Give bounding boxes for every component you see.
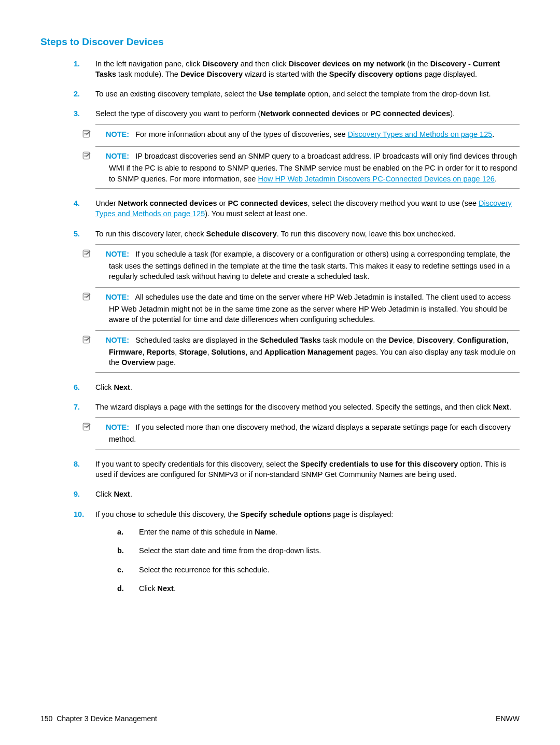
note-text: IP broadcast discoveries send an SNMP qu…	[109, 152, 517, 183]
step-5: 5. To run this discovery later, check Sc…	[74, 229, 520, 373]
step-number: 5.	[74, 229, 80, 239]
link-discovery-types[interactable]: Discovery Types and Methods on page 125	[348, 130, 493, 138]
link-pc-connected[interactable]: How HP Web Jetadmin Discovers PC-Connect…	[258, 175, 494, 183]
step-4: 4. Under Network connected devices or PC…	[74, 198, 520, 219]
step-1: 1. In the left navigation pane, click Di…	[74, 59, 520, 80]
step-text: Click Next.	[95, 383, 132, 391]
step-text: Click Next.	[95, 490, 132, 498]
step-9: 9. Click Next.	[74, 489, 520, 499]
steps-list: 1. In the left navigation pane, click Di…	[40, 59, 520, 594]
note-label: NOTE:	[106, 336, 129, 344]
note-label: NOTE:	[106, 250, 129, 258]
sub-steps-list: a. Enter the name of this schedule in Na…	[95, 527, 520, 594]
step-text: If you want to specify credentials for t…	[95, 460, 506, 479]
step-6: 6. Click Next.	[74, 382, 520, 392]
note-block: NOTE: If you schedule a task (for exampl…	[95, 244, 520, 282]
sub-step-d: d. Click Next.	[117, 583, 520, 594]
sub-step-text: Enter the name of this schedule in Name.	[139, 528, 277, 536]
step-number: 4.	[74, 198, 80, 208]
step-number: 6.	[74, 382, 80, 392]
step-7: 7. The wizard displays a page with the s…	[74, 402, 520, 449]
step-8: 8. If you want to specify credentials fo…	[74, 459, 520, 480]
footer-right: ENWW	[496, 714, 520, 724]
sub-step-text: Select the recurrence for this schedule.	[139, 566, 269, 574]
sub-step-letter: a.	[117, 527, 123, 537]
step-text: To use an existing discovery template, s…	[95, 90, 491, 98]
note-label: NOTE:	[106, 423, 129, 431]
note-block: NOTE: If you selected more than one disc…	[95, 417, 520, 449]
note-label: NOTE:	[106, 152, 129, 160]
note-icon	[95, 249, 106, 261]
sub-step-c: c. Select the recurrence for this schedu…	[117, 565, 520, 575]
step-text: Select the type of discovery you want to…	[95, 109, 455, 118]
step-number: 8.	[74, 459, 80, 469]
note-text: For more information about any of the ty…	[135, 130, 494, 138]
page-footer: 150 Chapter 3 Device Management ENWW	[40, 714, 520, 724]
note-text: Scheduled tasks are displayed in the Sch…	[109, 336, 515, 367]
sub-step-a: a. Enter the name of this schedule in Na…	[117, 527, 520, 537]
note-label: NOTE:	[106, 130, 129, 138]
note-text: All schedules use the date and time on t…	[109, 293, 511, 324]
note-icon	[95, 292, 106, 304]
sub-step-letter: c.	[117, 565, 123, 575]
note-block: NOTE: For more information about any of …	[95, 124, 520, 141]
step-text: To run this discovery later, check Sched…	[95, 230, 455, 238]
step-text: The wizard displays a page with the sett…	[95, 403, 511, 411]
step-number: 7.	[74, 402, 80, 412]
note-block: NOTE: IP broadcast discoveries send an S…	[95, 146, 520, 189]
footer-left: 150 Chapter 3 Device Management	[40, 714, 157, 724]
step-text: In the left navigation pane, click Disco…	[95, 60, 500, 78]
sub-step-text: Click Next.	[139, 584, 176, 593]
step-number: 10.	[74, 509, 84, 519]
step-number: 1.	[74, 59, 80, 69]
step-number: 2.	[74, 89, 80, 99]
step-text: Under Network connected devices or PC co…	[95, 199, 512, 218]
note-text: If you schedule a task (for example, a d…	[109, 250, 510, 281]
note-label: NOTE:	[106, 293, 129, 301]
sub-step-letter: d.	[117, 583, 124, 594]
step-number: 9.	[74, 489, 80, 499]
sub-step-letter: b.	[117, 545, 124, 556]
note-text: If you selected more than one discovery …	[109, 423, 511, 443]
step-3: 3. Select the type of discovery you want…	[74, 108, 520, 188]
step-10: 10. If you chose to schedule this discov…	[74, 509, 520, 594]
note-block: NOTE: All schedules use the date and tim…	[95, 287, 520, 325]
note-icon	[95, 151, 106, 163]
step-number: 3.	[74, 108, 80, 119]
note-icon	[95, 129, 106, 141]
section-heading: Steps to Discover Devices	[40, 35, 520, 49]
step-text: If you chose to schedule this discovery,…	[95, 510, 393, 518]
sub-step-text: Select the start date and time from the …	[139, 546, 321, 555]
note-icon	[95, 422, 106, 434]
step-2: 2. To use an existing discovery template…	[74, 89, 520, 99]
sub-step-b: b. Select the start date and time from t…	[117, 545, 520, 556]
note-icon	[95, 335, 106, 347]
note-block: NOTE: Scheduled tasks are displayed in t…	[95, 330, 520, 373]
